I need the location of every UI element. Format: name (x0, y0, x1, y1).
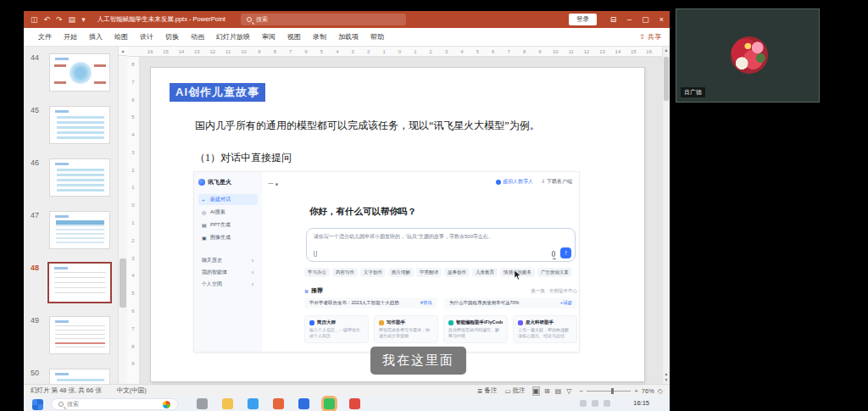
slide-preview[interactable] (49, 53, 110, 92)
spark-sidebar-group[interactable]: 聊天历史 ∨ (198, 254, 258, 266)
taskbar-app-icon[interactable] (248, 398, 259, 409)
language-status[interactable]: 中文(中国) (117, 386, 147, 395)
slide-thumbnail[interactable]: 49 (24, 313, 118, 365)
slide-preview[interactable] (49, 211, 110, 249)
ribbon-options-button[interactable]: ⊟ (605, 11, 621, 28)
microphone-icon[interactable] (552, 251, 555, 257)
sidebar-collapse-handle[interactable]: 一 (268, 180, 278, 188)
notes-button[interactable]: ≣ 备注 (477, 386, 497, 395)
taskbar-app-icon[interactable] (349, 398, 360, 409)
next-slide-icon[interactable]: ▼ (665, 377, 669, 382)
category-pill[interactable]: 更多 (575, 268, 577, 277)
zoom-in-icon[interactable]: + (634, 387, 638, 395)
spark-sidebar-group[interactable]: 个人空间 ∨ (198, 278, 258, 290)
zoom-level[interactable]: 76% (642, 387, 654, 395)
category-pill[interactable]: 故事创作 (444, 268, 470, 277)
ribbon-tab[interactable]: 帮助 (364, 32, 390, 42)
fit-to-window-icon[interactable]: ◇ (658, 387, 663, 395)
ribbon-tab[interactable]: 录制 (307, 32, 332, 42)
undo-icon[interactable]: ↶ (44, 15, 51, 24)
ribbon-tab[interactable]: 动画 (185, 32, 210, 42)
slide-scrollbar-thumb[interactable] (664, 57, 669, 101)
ribbon-tab[interactable]: 插入 (83, 32, 108, 42)
slide-thumbnail[interactable]: 44 (24, 50, 118, 103)
slide-thumbnail[interactable]: 46 (24, 155, 118, 208)
thumbnail-scrollbar[interactable]: ▲ (118, 47, 127, 384)
zoom-slider-thumb[interactable] (611, 388, 614, 394)
tray-icon[interactable] (580, 400, 587, 407)
scroll-up-icon[interactable]: ▲ (663, 47, 670, 53)
slide-preview[interactable] (49, 158, 110, 197)
spark-nav-item[interactable]: ▣ 图像生成 (198, 232, 258, 243)
spark-nav-item[interactable]: ▤ PPT生成 (198, 219, 258, 230)
slide-preview[interactable] (49, 369, 110, 384)
ribbon-tab[interactable]: 绘图 (108, 32, 134, 42)
taskbar-app-icon[interactable] (273, 398, 284, 409)
taskbar-clock[interactable]: 16:15 (633, 399, 649, 407)
ribbon-tab[interactable]: 幻灯片放映 (210, 32, 256, 42)
comments-button[interactable]: ▭ 批注 (504, 386, 525, 395)
slide-thumbnail[interactable]: 48 (24, 260, 118, 313)
slide-thumbnail[interactable]: 50 (24, 365, 118, 384)
login-button[interactable]: 登录 (569, 14, 597, 25)
category-pill[interactable]: 图片理解 (388, 268, 414, 277)
view-mode-button[interactable]: ⊞ (544, 387, 550, 395)
category-pill[interactable]: 文字创作 (360, 268, 386, 277)
category-pill[interactable]: 中英翻译 (416, 268, 442, 277)
thumbnail-scrollbar-thumb[interactable] (120, 258, 126, 308)
taskbar-app-icon[interactable] (324, 398, 335, 409)
category-pill[interactable]: 学习办公 (304, 268, 330, 277)
ribbon-tab[interactable]: 文件 (32, 32, 58, 42)
prompt-input-box[interactable]: 请你写一个适合幼儿园中班小朋友听的，“玩具”主题的故事，字数在500字左右。 ↑ (306, 228, 576, 262)
taskbar-app-icon[interactable] (298, 398, 309, 409)
slide-preview[interactable] (49, 106, 110, 144)
customize-toolbar-caret-icon[interactable]: ▾ (81, 15, 86, 24)
recommend-more-link[interactable]: 换一换 · 全部助手中心 (531, 288, 577, 294)
news-item[interactable]: 为什么中国程序员使用率可达70% +话题 (444, 297, 577, 308)
start-button[interactable] (32, 399, 43, 410)
tray-icon[interactable] (604, 400, 610, 407)
category-pill[interactable]: 广告营销文案 (537, 268, 572, 277)
share-button[interactable]: ⇧ 共享 (639, 32, 661, 42)
view-mode-button[interactable]: ▤ (555, 387, 562, 395)
category-pill[interactable]: 儿童教育 (472, 268, 498, 277)
slide-title-highlighted[interactable]: AI创作儿童故事 (170, 83, 265, 102)
slide-thumbnail[interactable]: 47 (24, 208, 118, 260)
taskbar-search-box[interactable]: 搜索 (51, 398, 178, 410)
close-button[interactable]: × (654, 11, 670, 28)
ribbon-tab[interactable]: 视图 (281, 32, 307, 42)
view-mode-button[interactable]: ▣ (533, 387, 540, 395)
view-mode-button[interactable]: ▽ (566, 387, 571, 395)
assistant-card[interactable]: 星火科研助手 上传一篇文献，帮你快速解读核心观点、结论与总结 (513, 315, 577, 343)
start-slideshow-icon[interactable]: ▤ (69, 15, 76, 24)
ribbon-tab[interactable]: 设计 (134, 32, 159, 42)
slide-preview[interactable] (47, 262, 112, 303)
slide-thumbnail[interactable]: 45 (24, 103, 118, 155)
ribbon-tab[interactable]: 开始 (58, 32, 83, 42)
category-pill[interactable]: 内容写作 (332, 268, 358, 277)
save-icon[interactable]: ◫ (31, 15, 38, 24)
participant-video-tile[interactable]: 肖广德 (676, 8, 820, 103)
ribbon-tab[interactable]: 切换 (159, 32, 185, 42)
slide-scrollbar[interactable]: ▲ ▲ ▼ (662, 47, 670, 384)
scroll-up-icon[interactable]: ▲ (119, 47, 127, 56)
taskbar-app-icon[interactable] (197, 398, 208, 409)
attachment-icon[interactable] (314, 251, 317, 257)
slide-preview[interactable] (49, 316, 110, 354)
minimize-button[interactable]: – (621, 11, 637, 28)
previous-slide-icon[interactable]: ▲ (665, 371, 669, 376)
ribbon-tab[interactable]: 加载项 (332, 32, 364, 42)
send-button[interactable]: ↑ (560, 247, 571, 258)
slide[interactable]: AI创作儿童故事 国内几乎所有的通用的模型都可以完成该任务，现以“讯飞星火大模型… (151, 68, 644, 381)
restore-button[interactable]: ▢ (637, 11, 654, 28)
spark-sidebar-group[interactable]: 我的智能体 ∨ (198, 266, 258, 278)
tray-icon[interactable] (592, 400, 598, 407)
taskbar-app-icon[interactable] (222, 398, 233, 409)
spark-nav-item[interactable]: + 新建对话 (198, 194, 258, 205)
redo-icon[interactable]: ↷ (56, 15, 63, 24)
news-item[interactable]: 中外学者联合发布：2023人工智能十大趋势 #资讯 (304, 297, 437, 308)
assistant-card[interactable]: 智能编程助手iFlyCode 自动帮你完成代码编写、解释与纠错 (443, 315, 508, 343)
assistant-card[interactable]: 简历大师 输入个人信息，一键帮你生成个人简历 (304, 315, 369, 343)
search-box[interactable]: 搜索 (241, 14, 406, 25)
assistant-card[interactable]: 写作助手 帮你完成各类写作需求，快速生成文章提纲 (374, 315, 438, 343)
